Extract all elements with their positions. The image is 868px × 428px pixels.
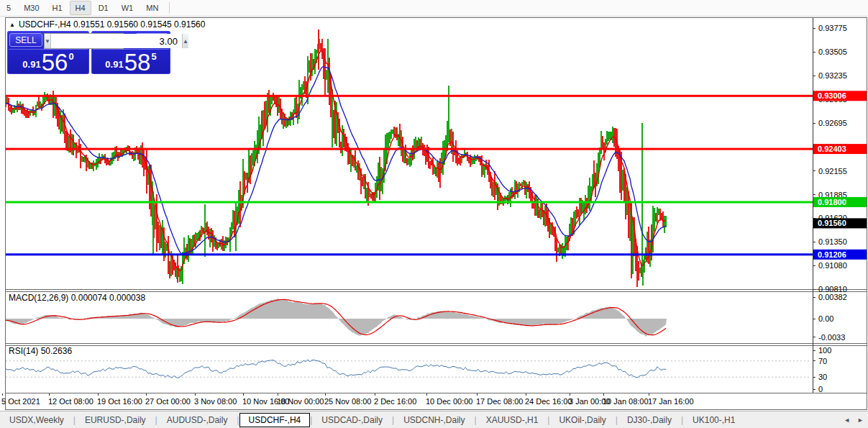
symbol-tab-USDCNH-Daily[interactable]: USDCNH-,Daily [394,413,474,427]
bid-sup-digit: 0 [68,51,73,62]
time-axis-label: 24 Dec 16:00 [525,397,572,406]
timeframe-button-D1[interactable]: D1 [93,1,114,15]
time-axis-label: 10 Dec 00:00 [426,397,472,406]
collapse-icon[interactable]: ▲ [9,22,15,28]
chart-frame [5,18,867,410]
time-axis-label: 12 Oct 08:00 [48,397,93,406]
ask-prefix: 0.91 [105,59,123,70]
rsi-axis-tick: 30 [818,373,827,381]
volume-increase-button[interactable]: ▲ [182,34,188,48]
price-level-badge: 0.91560 [813,218,867,228]
timeframe-button-5[interactable]: 5 [1,1,17,15]
time-axis-label: 17 Dec 08:00 [476,397,523,406]
rsi-indicator-label: RSI(14) 50.2636 [9,346,72,356]
price-level-badge: 0.92403 [813,144,867,154]
timeframe-button-H1[interactable]: H1 [47,1,68,15]
time-axis-label: 25 Nov 08:00 [324,397,371,406]
symbol-tab-XAUUSD-H1[interactable]: XAUUSD-,H1 [477,413,548,427]
time-axis-label: 18 Nov 00:00 [277,397,324,406]
rsi-axis-tick: 0 [818,385,823,393]
price-level-badge: 0.93006 [813,91,867,101]
symbol-tabbar: USDX,Weekly|EURUSD-,Daily|AUDUSD-,Daily|… [0,411,868,428]
macd-indicator-label: MACD(12,26,9) 0.000074 0.000038 [9,293,145,303]
symbol-tab-UK100-H1[interactable]: UK100-,H1 [683,413,744,427]
time-axis-label: 2 Dec 16:00 [374,397,416,406]
svg-text:0.91206: 0.91206 [818,250,846,259]
rsi-line [6,360,666,378]
volume-input[interactable] [51,34,182,48]
bid-big-digits: 56 [42,52,68,73]
chart-ohlc-values: 0.91551 0.91560 0.91545 0.91560 [73,19,206,29]
tab-scroll-left-icon[interactable]: ◄ [844,416,850,424]
chart-symbol-label: USDCHF-,H4 [19,19,71,29]
time-axis-label: 5 Oct 2021 [1,397,40,406]
timeframe-toolbar: 5M30H1H4D1W1MN [0,0,868,17]
rsi-pane[interactable] [6,360,811,378]
timeframe-button-H4[interactable]: H4 [70,1,91,15]
svg-text:0.91800: 0.91800 [818,198,846,206]
bid-prefix: 0.91 [22,59,40,70]
time-axis-label: 3 Nov 08:00 [194,397,237,406]
timeframe-button-W1[interactable]: W1 [116,1,140,15]
arrow-down-icon: ▼ [45,38,50,45]
price-axis-tick: 0.93505 [818,47,847,56]
ask-sup-digit: 5 [151,51,156,62]
time-axis-label: 19 Oct 16:00 [97,397,142,406]
ask-big-digits: 58 [124,52,151,73]
time-axis-label: 27 Oct 00:00 [145,397,191,406]
timeframe-button-MN[interactable]: MN [140,1,164,15]
price-level-badge: 0.91800 [813,197,867,207]
time-axis-label: 17 Jan 16:00 [648,397,694,406]
macd-axis-tick: -0.0033 [818,333,845,342]
horizontal-level-line[interactable] [5,253,813,255]
volume-stepper: ▼ ▲ [44,33,124,49]
price-axis-tick: 0.92695 [818,119,847,127]
symbol-tab-AUDUSD-Daily[interactable]: AUDUSD-,Daily [157,413,237,427]
price-axis-tick: 0.92155 [818,167,847,176]
macd-pane[interactable] [6,299,667,337]
price-axis-tick: 0.91080 [818,261,847,270]
macd-histogram [6,299,667,337]
symbol-tab-DJ30-Daily[interactable]: DJ30-,Daily [618,413,681,427]
toolbar-separator [169,2,170,14]
price-axis-tick: 0.93775 [818,24,847,32]
rsi-axis-tick: 70 [818,357,827,365]
time-axis: 5 Oct 202112 Oct 08:0019 Oct 16:0027 Oct… [1,393,694,406]
volume-decrease-button[interactable]: ▼ [45,34,51,48]
price-level-badge: 0.91206 [813,250,867,260]
symbol-tab-UKOil-Daily[interactable]: UKOil-,Daily [549,413,615,427]
sell-button[interactable]: SELL [9,33,42,47]
price-chart-canvas[interactable]: 0.937750.935050.932350.929650.926950.924… [0,17,868,411]
horizontal-level-line[interactable] [5,201,813,204]
macd-axis-tick: 0.00382 [818,293,847,301]
svg-text:0.93006: 0.93006 [818,91,846,100]
svg-text:0.92403: 0.92403 [818,145,846,153]
symbol-tab-EURUSD-Daily[interactable]: EURUSD-,Daily [76,413,155,427]
horizontal-level-line[interactable] [5,148,813,150]
ask-price: 0.91 58 5 [91,50,170,73]
timeframe-button-M30[interactable]: M30 [18,1,45,15]
horizontal-level-line[interactable] [5,95,813,97]
symbol-tab-USDCHF-H4[interactable]: USDCHF-,H4 [239,413,311,427]
tab-scroll-right-icon[interactable]: ► [857,416,864,424]
symbol-tab-USDCAD-Daily[interactable]: USDCAD-,Daily [312,413,392,427]
bid-price: 0.91 56 0 [7,50,89,73]
arrow-up-icon: ▲ [183,38,188,45]
time-axis-label: 10 Jan 08:00 [603,397,649,406]
symbol-tab-USDX-Weekly[interactable]: USDX,Weekly [0,413,73,427]
price-axis-tick: 0.91350 [818,237,847,246]
tab-scroll-arrows: ◄► [844,416,864,424]
chart-header: ▲USDCHF-,H4 0.91551 0.91560 0.91545 0.91… [9,19,205,29]
price-axis-tick: 0.93235 [818,71,847,80]
svg-text:0.91560: 0.91560 [818,219,846,227]
rsi-axis-tick: 100 [818,346,831,355]
macd-axis-tick: 0.00 [818,314,833,323]
price-axis: 0.937750.935050.932350.929650.926950.924… [813,24,867,393]
